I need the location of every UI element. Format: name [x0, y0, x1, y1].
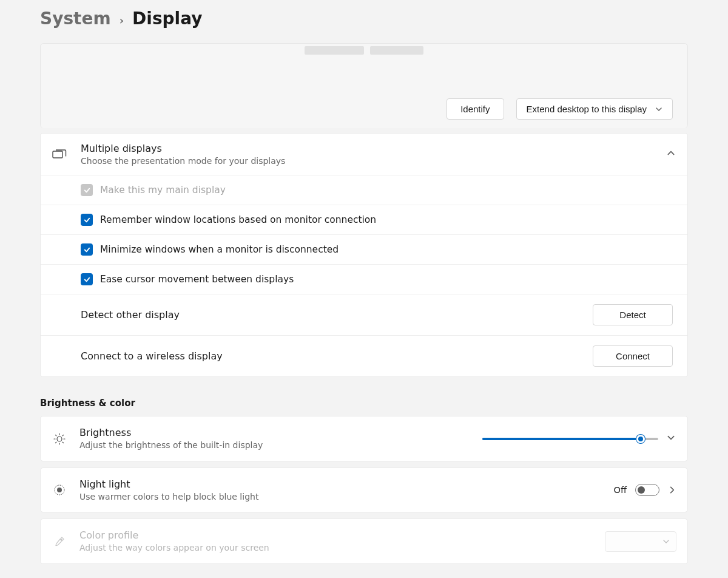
night-light-icon [52, 483, 67, 497]
checkbox-row-main-display: Make this my main display [41, 175, 687, 205]
checkbox-row-minimize-disconnect[interactable]: Minimize windows when a monitor is disco… [41, 234, 687, 264]
remember-locations-checkbox[interactable] [81, 214, 93, 226]
chevron-up-icon [667, 149, 676, 160]
presentation-mode-dropdown[interactable]: Extend desktop to this display [516, 98, 673, 120]
display-rectangle[interactable] [305, 46, 364, 55]
connect-button[interactable]: Connect [593, 345, 673, 367]
multiple-displays-icon [52, 148, 67, 160]
color-profile-card: Color profile Adjust the way colors appe… [40, 518, 688, 563]
svg-point-1 [57, 437, 62, 441]
night-light-subtitle: Use warmer colors to help block blue lig… [79, 491, 602, 503]
chevron-right-icon[interactable] [668, 486, 676, 494]
brightness-icon [52, 432, 67, 446]
remember-locations-label: Remember window locations based on monit… [100, 214, 376, 225]
chevron-down-icon [662, 538, 670, 545]
breadcrumb-parent[interactable]: System [40, 8, 111, 29]
detect-display-label: Detect other display [81, 309, 180, 321]
night-light-toggle[interactable] [635, 484, 659, 496]
svg-rect-0 [53, 151, 62, 158]
svg-point-2 [57, 488, 62, 492]
eyedropper-icon [52, 536, 67, 548]
color-profile-title: Color profile [79, 529, 593, 542]
detect-display-row: Detect other display Detect [41, 294, 687, 335]
night-light-title: Night light [79, 478, 602, 491]
night-light-card: Night light Use warmer colors to help bl… [40, 467, 688, 512]
night-light-state-label: Off [614, 485, 627, 495]
checkbox-row-remember-locations[interactable]: Remember window locations based on monit… [41, 205, 687, 234]
breadcrumb: System › Display [0, 0, 728, 43]
presentation-mode-label: Extend desktop to this display [527, 104, 647, 114]
breadcrumb-current: Display [132, 8, 202, 29]
minimize-disconnect-label: Minimize windows when a monitor is disco… [100, 244, 339, 255]
multiple-displays-card: Multiple displays Choose the presentatio… [40, 133, 688, 377]
checkbox-row-ease-cursor[interactable]: Ease cursor movement between displays [41, 264, 687, 294]
night-light-row[interactable]: Night light Use warmer colors to help bl… [41, 468, 687, 512]
detect-button[interactable]: Detect [593, 304, 673, 325]
color-profile-row: Color profile Adjust the way colors appe… [41, 519, 687, 563]
color-profile-dropdown [605, 531, 676, 552]
brightness-row[interactable]: Brightness Adjust the brightness of the … [41, 416, 687, 460]
brightness-title: Brightness [79, 426, 470, 440]
main-display-checkbox [81, 184, 93, 196]
ease-cursor-checkbox[interactable] [81, 273, 93, 285]
wireless-display-label: Connect to a wireless display [81, 350, 223, 362]
wireless-display-row: Connect to a wireless display Connect [41, 335, 687, 376]
multiple-displays-title: Multiple displays [81, 142, 653, 155]
brightness-subtitle: Adjust the brightness of the built-in di… [79, 440, 470, 451]
minimize-disconnect-checkbox[interactable] [81, 243, 93, 256]
brightness-card: Brightness Adjust the brightness of the … [40, 416, 688, 461]
chevron-down-icon[interactable] [667, 433, 676, 444]
multiple-displays-subtitle: Choose the presentation mode for your di… [81, 155, 653, 167]
identify-button[interactable]: Identify [447, 98, 504, 120]
main-display-label: Make this my main display [100, 185, 226, 195]
chevron-right-icon: › [120, 14, 124, 27]
brightness-color-heading: Brightness & color [40, 398, 688, 409]
color-profile-subtitle: Adjust the way colors appear on your scr… [79, 542, 593, 554]
display-rectangle[interactable] [370, 46, 423, 55]
display-arrangement-panel[interactable]: Identify Extend desktop to this display [40, 43, 688, 128]
multiple-displays-header[interactable]: Multiple displays Choose the presentatio… [41, 134, 687, 175]
chevron-down-icon [655, 106, 662, 113]
brightness-slider[interactable] [482, 438, 658, 440]
ease-cursor-label: Ease cursor movement between displays [100, 274, 294, 285]
